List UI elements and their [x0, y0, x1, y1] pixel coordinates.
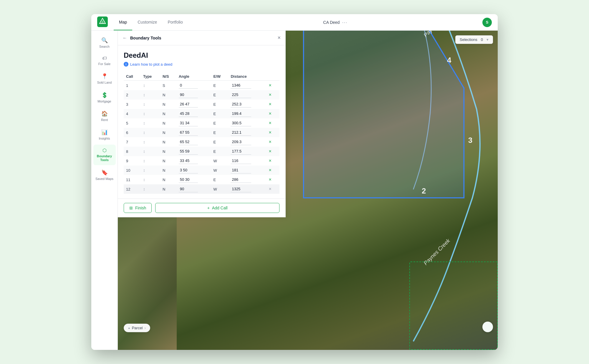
angle-cell[interactable] — [176, 90, 211, 100]
distance-cell[interactable] — [228, 147, 265, 156]
delete-button[interactable]: × — [267, 186, 272, 192]
delete-cell[interactable]: × — [265, 175, 279, 184]
angle-cell[interactable] — [176, 156, 211, 166]
type-cell[interactable]: ↕ — [141, 81, 160, 90]
delete-button[interactable]: × — [267, 102, 272, 107]
angle-cell[interactable] — [176, 184, 211, 194]
distance-cell[interactable] — [228, 166, 265, 175]
angle-cell[interactable] — [176, 100, 211, 109]
delete-cell[interactable]: × — [265, 118, 279, 128]
distance-cell[interactable] — [228, 100, 265, 109]
distance-cell[interactable] — [228, 118, 265, 128]
type-cell[interactable]: ↕ — [141, 137, 160, 147]
delete-button[interactable]: × — [267, 130, 272, 135]
delete-cell[interactable]: × — [265, 156, 279, 166]
angle-cell[interactable] — [176, 118, 211, 128]
type-cell[interactable]: ↕ — [141, 147, 160, 156]
delete-cell[interactable]: × — [265, 137, 279, 147]
delete-button[interactable]: × — [267, 139, 272, 145]
type-cell[interactable]: ↕ — [141, 175, 160, 184]
avatar[interactable]: S — [482, 18, 492, 27]
map-area[interactable]: 1 2 3 4 Paynes Creek Paynes Creek Select… — [118, 31, 498, 350]
angle-cell[interactable] — [176, 147, 211, 156]
angle-input[interactable] — [179, 110, 198, 117]
angle-cell[interactable] — [176, 109, 211, 118]
back-button[interactable]: ← — [123, 35, 127, 41]
distance-input[interactable] — [231, 92, 251, 98]
delete-cell[interactable]: × — [265, 100, 279, 109]
finish-button[interactable]: ⊞ Finish — [124, 203, 152, 213]
distance-cell[interactable] — [228, 90, 265, 100]
delete-cell[interactable]: × — [265, 109, 279, 118]
distance-input[interactable] — [231, 186, 251, 192]
distance-input[interactable] — [231, 139, 251, 145]
angle-input[interactable] — [179, 158, 198, 164]
type-cell[interactable]: ↕ — [141, 166, 160, 175]
delete-button[interactable]: × — [267, 92, 272, 97]
distance-input[interactable] — [231, 176, 251, 183]
angle-input[interactable] — [179, 186, 198, 192]
distance-input[interactable] — [231, 101, 251, 107]
distance-input[interactable] — [231, 82, 251, 89]
type-cell[interactable]: ↕ — [141, 156, 160, 166]
angle-input[interactable] — [179, 148, 198, 155]
angle-cell[interactable] — [176, 137, 211, 147]
tab-customize[interactable]: Customize — [132, 14, 162, 30]
sidebar-item-search[interactable]: 🔍 Search — [93, 34, 116, 52]
distance-input[interactable] — [231, 120, 251, 126]
add-call-button[interactable]: + Add Call — [155, 203, 279, 213]
parcel-button[interactable]: ● Parcel › — [124, 324, 150, 332]
delete-button[interactable]: × — [267, 158, 272, 163]
angle-input[interactable] — [179, 139, 198, 145]
sidebar-item-boundary-tools[interactable]: ⬡ Boundary Tools — [93, 145, 116, 165]
type-cell[interactable]: ↕ — [141, 109, 160, 118]
distance-input[interactable] — [231, 110, 251, 117]
delete-button[interactable]: × — [267, 149, 272, 154]
delete-button[interactable]: × — [267, 168, 272, 173]
angle-cell[interactable] — [176, 81, 211, 90]
delete-button[interactable]: × — [267, 120, 272, 126]
delete-button[interactable]: × — [267, 83, 272, 88]
sidebar-item-mortgage[interactable]: 💲 Mortgage — [93, 89, 116, 106]
angle-input[interactable] — [179, 101, 198, 107]
angle-input[interactable] — [179, 176, 198, 183]
distance-cell[interactable] — [228, 109, 265, 118]
distance-input[interactable] — [231, 167, 251, 173]
angle-cell[interactable] — [176, 175, 211, 184]
sidebar-item-saved-maps[interactable]: 🔖 Saved Maps — [93, 166, 116, 184]
tab-map[interactable]: Map — [114, 14, 132, 30]
angle-input[interactable] — [179, 92, 198, 98]
angle-input[interactable] — [179, 167, 198, 173]
angle-input[interactable] — [179, 82, 198, 89]
sidebar-item-insights[interactable]: 📊 Insights — [93, 126, 116, 143]
distance-cell[interactable] — [228, 81, 265, 90]
sidebar-item-for-sale[interactable]: 🏷 For Sale — [93, 53, 116, 69]
selections-dropdown-icon[interactable]: ▾ — [487, 37, 489, 42]
angle-input[interactable] — [179, 129, 198, 136]
distance-cell[interactable] — [228, 137, 265, 147]
delete-button[interactable]: × — [267, 111, 272, 116]
delete-cell[interactable]: × — [265, 128, 279, 137]
angle-input[interactable] — [179, 120, 198, 126]
angle-cell[interactable] — [176, 128, 211, 137]
type-cell[interactable]: ↕ — [141, 100, 160, 109]
distance-cell[interactable] — [228, 175, 265, 184]
sidebar-item-rent[interactable]: 🏠 Rent — [93, 107, 116, 125]
delete-cell[interactable]: × — [265, 147, 279, 156]
distance-input[interactable] — [231, 129, 251, 136]
delete-cell[interactable]: × — [265, 81, 279, 90]
distance-input[interactable] — [231, 148, 251, 155]
delete-cell[interactable]: × — [265, 166, 279, 175]
more-icon[interactable]: ⋯ — [342, 19, 347, 26]
distance-cell[interactable] — [228, 128, 265, 137]
sidebar-item-sold-land[interactable]: 📍 Sold Land — [93, 70, 116, 87]
distance-cell[interactable] — [228, 156, 265, 166]
distance-input[interactable] — [231, 158, 251, 164]
type-cell[interactable]: ↕ — [141, 128, 160, 137]
delete-cell[interactable]: × — [265, 184, 279, 194]
angle-cell[interactable] — [176, 166, 211, 175]
distance-cell[interactable] — [228, 184, 265, 194]
logo[interactable] — [97, 16, 108, 28]
tab-portfolio[interactable]: Portfolio — [162, 14, 188, 30]
type-cell[interactable]: ↕ — [141, 118, 160, 128]
